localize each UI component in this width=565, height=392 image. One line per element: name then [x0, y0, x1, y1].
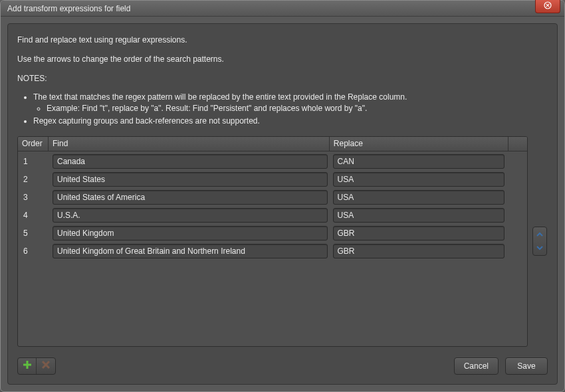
replace-input[interactable] — [333, 190, 505, 205]
note-item: Regex capturing groups and back-referenc… — [33, 116, 548, 127]
header-replace[interactable]: Replace — [330, 137, 508, 151]
cell-find — [50, 207, 330, 223]
title-bar: Add transform expressions for field — [1, 1, 564, 17]
plus-icon — [22, 359, 33, 373]
cell-spacer — [507, 179, 526, 180]
cell-order: 6 — [19, 246, 50, 256]
cell-spacer — [507, 250, 526, 252]
find-input[interactable] — [53, 172, 328, 187]
cell-replace — [330, 189, 507, 205]
close-button[interactable] — [535, 0, 560, 13]
description-para1: Find and replace text using regular expr… — [17, 35, 548, 46]
header-find[interactable]: Find — [49, 137, 330, 151]
cell-spacer — [507, 215, 526, 216]
dialog-footer: Cancel Save — [17, 356, 548, 376]
table-row[interactable]: 3 — [19, 189, 526, 207]
table-header: Order Find Replace — [18, 137, 527, 151]
find-input[interactable] — [53, 154, 328, 169]
cell-replace — [330, 225, 507, 241]
table-row[interactable]: 4 — [19, 207, 526, 225]
replace-input[interactable] — [333, 226, 505, 241]
reorder-controls — [532, 136, 548, 347]
find-input[interactable] — [53, 190, 328, 205]
cell-find — [50, 225, 330, 241]
cell-replace — [330, 153, 507, 169]
cell-replace — [330, 243, 507, 259]
description-para2: Use the arrows to change the order of th… — [17, 54, 548, 65]
cell-find — [50, 243, 330, 259]
table-area: Order Find Replace 123456 — [17, 136, 548, 347]
find-input[interactable] — [53, 208, 328, 223]
save-button[interactable]: Save — [505, 357, 548, 375]
cell-order: 2 — [19, 174, 50, 185]
svg-rect-4 — [23, 364, 31, 366]
footer-buttons: Cancel Save — [454, 357, 548, 375]
close-icon — [544, 1, 552, 11]
cell-find — [50, 189, 330, 205]
replace-input[interactable] — [333, 154, 505, 169]
move-up-button[interactable] — [534, 229, 545, 241]
chevron-up-icon — [536, 229, 544, 241]
row-action-group — [17, 357, 56, 375]
description-block: Find and replace text using regular expr… — [17, 35, 548, 128]
dialog-window: Add transform expressions for field Find… — [0, 0, 565, 392]
table-body: 123456 — [18, 151, 527, 346]
delete-icon — [41, 359, 51, 373]
table-row[interactable]: 2 — [19, 171, 526, 189]
cell-order: 4 — [19, 210, 50, 221]
table-row[interactable]: 1 — [19, 153, 526, 171]
cell-order: 1 — [19, 156, 50, 167]
cell-find — [50, 171, 330, 187]
dialog-content: Find and replace text using regular expr… — [7, 23, 558, 385]
cell-find — [50, 153, 330, 169]
note-1-text: The text that matches the regex pattern … — [33, 92, 407, 102]
replace-input[interactable] — [333, 172, 505, 187]
find-input[interactable] — [53, 226, 328, 241]
header-spacer — [508, 137, 527, 151]
add-row-button[interactable] — [18, 358, 37, 374]
replace-input[interactable] — [333, 244, 505, 258]
table-row[interactable]: 6 — [19, 243, 526, 260]
reorder-group — [532, 227, 547, 256]
window-title: Add transform expressions for field — [7, 4, 130, 13]
header-order[interactable]: Order — [18, 137, 49, 151]
cell-spacer — [507, 197, 526, 198]
delete-row-button[interactable] — [37, 358, 55, 374]
replace-input[interactable] — [333, 208, 505, 223]
cell-order: 3 — [19, 192, 50, 203]
move-down-button[interactable] — [534, 242, 545, 254]
note-example: Example: Find "t", replace by "a". Resul… — [47, 103, 548, 114]
cell-spacer — [507, 233, 526, 234]
cell-spacer — [507, 161, 526, 162]
notes-label: NOTES: — [17, 73, 548, 84]
transform-table: Order Find Replace 123456 — [17, 136, 528, 347]
cell-replace — [330, 207, 507, 223]
find-input[interactable] — [53, 244, 328, 258]
note-item: The text that matches the regex pattern … — [33, 92, 548, 114]
cell-replace — [330, 171, 507, 187]
chevron-down-icon — [536, 242, 544, 254]
cell-order: 5 — [19, 228, 50, 239]
table-row[interactable]: 5 — [19, 225, 526, 243]
cancel-button[interactable]: Cancel — [454, 357, 499, 375]
